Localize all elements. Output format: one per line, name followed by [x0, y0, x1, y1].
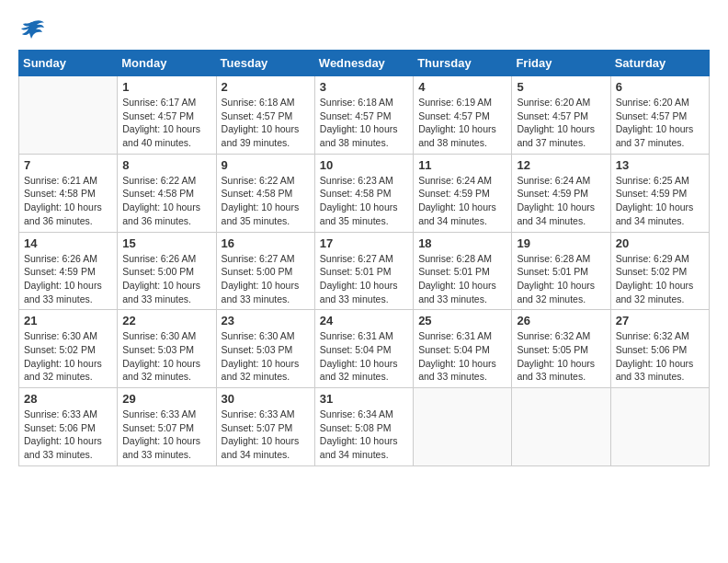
calendar-cell: 24Sunrise: 6:31 AMSunset: 5:04 PMDayligh…	[314, 310, 413, 388]
calendar-cell: 9Sunrise: 6:22 AMSunset: 4:58 PMDaylight…	[216, 154, 314, 232]
calendar-cell: 29Sunrise: 6:33 AMSunset: 5:07 PMDayligh…	[118, 388, 216, 466]
calendar-cell	[19, 76, 118, 155]
day-number: 7	[24, 158, 112, 172]
day-number: 31	[320, 392, 408, 406]
day-number: 23	[222, 314, 310, 327]
day-number: 2	[222, 80, 310, 94]
day-info: Sunrise: 6:20 AMSunset: 4:57 PMDaylight:…	[517, 96, 605, 150]
calendar-cell: 14Sunrise: 6:26 AMSunset: 4:59 PMDayligh…	[19, 232, 118, 310]
day-info: Sunrise: 6:30 AMSunset: 5:03 PMDaylight:…	[122, 329, 210, 384]
calendar-cell: 31Sunrise: 6:34 AMSunset: 5:08 PMDayligh…	[314, 388, 413, 466]
day-info: Sunrise: 6:32 AMSunset: 5:05 PMDaylight:…	[517, 329, 605, 384]
day-number: 19	[517, 236, 605, 250]
day-info: Sunrise: 6:32 AMSunset: 5:06 PMDaylight:…	[616, 329, 704, 384]
day-info: Sunrise: 6:33 AMSunset: 5:06 PMDaylight:…	[24, 408, 112, 462]
day-info: Sunrise: 6:22 AMSunset: 4:58 PMDaylight:…	[122, 174, 210, 228]
day-number: 14	[24, 236, 112, 250]
calendar-cell: 20Sunrise: 6:29 AMSunset: 5:02 PMDayligh…	[610, 232, 709, 310]
calendar-cell: 25Sunrise: 6:31 AMSunset: 5:04 PMDayligh…	[414, 310, 512, 388]
calendar-cell: 26Sunrise: 6:32 AMSunset: 5:05 PMDayligh…	[512, 310, 610, 388]
calendar-week-row: 7Sunrise: 6:21 AMSunset: 4:58 PMDaylight…	[19, 154, 710, 232]
calendar-cell: 4Sunrise: 6:19 AMSunset: 4:57 PMDaylight…	[414, 76, 512, 155]
day-number: 24	[320, 314, 408, 327]
day-info: Sunrise: 6:28 AMSunset: 5:01 PMDaylight:…	[517, 252, 605, 306]
day-info: Sunrise: 6:24 AMSunset: 4:59 PMDaylight:…	[517, 174, 605, 228]
day-number: 13	[616, 158, 704, 172]
day-number: 15	[122, 236, 210, 250]
calendar-cell: 18Sunrise: 6:28 AMSunset: 5:01 PMDayligh…	[414, 232, 512, 310]
day-info: Sunrise: 6:31 AMSunset: 5:04 PMDaylight:…	[320, 329, 408, 384]
day-info: Sunrise: 6:21 AMSunset: 4:58 PMDaylight:…	[24, 174, 112, 228]
weekday-header-monday: Monday	[118, 51, 216, 76]
day-info: Sunrise: 6:30 AMSunset: 5:02 PMDaylight:…	[24, 329, 112, 384]
day-number: 22	[122, 314, 210, 327]
calendar-cell: 15Sunrise: 6:26 AMSunset: 5:00 PMDayligh…	[118, 232, 216, 310]
calendar-week-row: 1Sunrise: 6:17 AMSunset: 4:57 PMDaylight…	[19, 76, 710, 155]
calendar-cell: 19Sunrise: 6:28 AMSunset: 5:01 PMDayligh…	[512, 232, 610, 310]
day-number: 9	[222, 158, 310, 172]
day-info: Sunrise: 6:33 AMSunset: 5:07 PMDaylight:…	[122, 408, 210, 462]
day-info: Sunrise: 6:20 AMSunset: 4:57 PMDaylight:…	[616, 96, 704, 150]
calendar-cell: 7Sunrise: 6:21 AMSunset: 4:58 PMDaylight…	[19, 154, 118, 232]
calendar-cell: 22Sunrise: 6:30 AMSunset: 5:03 PMDayligh…	[118, 310, 216, 388]
day-info: Sunrise: 6:18 AMSunset: 4:57 PMDaylight:…	[320, 96, 408, 150]
day-info: Sunrise: 6:28 AMSunset: 5:01 PMDaylight:…	[418, 252, 506, 306]
day-info: Sunrise: 6:30 AMSunset: 5:03 PMDaylight:…	[222, 329, 310, 384]
day-info: Sunrise: 6:18 AMSunset: 4:57 PMDaylight:…	[222, 96, 310, 150]
weekday-header-friday: Friday	[512, 51, 610, 76]
day-number: 26	[517, 314, 605, 327]
logo	[18, 18, 50, 40]
logo-icon	[18, 18, 46, 40]
calendar-week-row: 14Sunrise: 6:26 AMSunset: 4:59 PMDayligh…	[19, 232, 710, 310]
day-number: 4	[418, 80, 506, 94]
day-info: Sunrise: 6:24 AMSunset: 4:59 PMDaylight:…	[418, 174, 506, 228]
day-number: 12	[517, 158, 605, 172]
day-number: 5	[517, 80, 605, 94]
calendar-cell: 30Sunrise: 6:33 AMSunset: 5:07 PMDayligh…	[216, 388, 314, 466]
calendar-cell: 23Sunrise: 6:30 AMSunset: 5:03 PMDayligh…	[216, 310, 314, 388]
day-number: 30	[222, 392, 310, 406]
calendar-cell: 27Sunrise: 6:32 AMSunset: 5:06 PMDayligh…	[610, 310, 709, 388]
day-info: Sunrise: 6:31 AMSunset: 5:04 PMDaylight:…	[418, 329, 506, 384]
day-info: Sunrise: 6:17 AMSunset: 4:57 PMDaylight:…	[122, 96, 210, 150]
day-info: Sunrise: 6:34 AMSunset: 5:08 PMDaylight:…	[320, 408, 408, 462]
day-number: 3	[320, 80, 408, 94]
day-number: 11	[418, 158, 506, 172]
weekday-header-sunday: Sunday	[19, 51, 118, 76]
calendar-cell: 2Sunrise: 6:18 AMSunset: 4:57 PMDaylight…	[216, 76, 314, 155]
day-number: 18	[418, 236, 506, 250]
calendar-cell: 11Sunrise: 6:24 AMSunset: 4:59 PMDayligh…	[414, 154, 512, 232]
day-number: 8	[122, 158, 210, 172]
day-info: Sunrise: 6:27 AMSunset: 5:01 PMDaylight:…	[320, 252, 408, 306]
calendar-cell	[512, 388, 610, 466]
day-number: 1	[122, 80, 210, 94]
calendar-week-row: 21Sunrise: 6:30 AMSunset: 5:02 PMDayligh…	[19, 310, 710, 388]
calendar-cell: 3Sunrise: 6:18 AMSunset: 4:57 PMDaylight…	[314, 76, 413, 155]
day-number: 25	[418, 314, 506, 327]
weekday-header-wednesday: Wednesday	[314, 51, 413, 76]
day-number: 21	[24, 314, 112, 327]
day-number: 28	[24, 392, 112, 406]
calendar-cell: 5Sunrise: 6:20 AMSunset: 4:57 PMDaylight…	[512, 76, 610, 155]
day-info: Sunrise: 6:26 AMSunset: 4:59 PMDaylight:…	[24, 252, 112, 306]
weekday-header-tuesday: Tuesday	[216, 51, 314, 76]
weekday-header-saturday: Saturday	[610, 51, 709, 76]
day-info: Sunrise: 6:19 AMSunset: 4:57 PMDaylight:…	[418, 96, 506, 150]
calendar-cell: 1Sunrise: 6:17 AMSunset: 4:57 PMDaylight…	[118, 76, 216, 155]
day-info: Sunrise: 6:26 AMSunset: 5:00 PMDaylight:…	[122, 252, 210, 306]
day-number: 10	[320, 158, 408, 172]
day-info: Sunrise: 6:25 AMSunset: 4:59 PMDaylight:…	[616, 174, 704, 228]
page-header	[18, 18, 710, 40]
day-number: 27	[616, 314, 704, 327]
day-number: 6	[616, 80, 704, 94]
calendar-cell	[610, 388, 709, 466]
calendar-cell: 6Sunrise: 6:20 AMSunset: 4:57 PMDaylight…	[610, 76, 709, 155]
calendar-cell: 8Sunrise: 6:22 AMSunset: 4:58 PMDaylight…	[118, 154, 216, 232]
calendar-header-row: SundayMondayTuesdayWednesdayThursdayFrid…	[19, 51, 710, 76]
calendar-cell: 21Sunrise: 6:30 AMSunset: 5:02 PMDayligh…	[19, 310, 118, 388]
calendar-week-row: 28Sunrise: 6:33 AMSunset: 5:06 PMDayligh…	[19, 388, 710, 466]
day-info: Sunrise: 6:29 AMSunset: 5:02 PMDaylight:…	[616, 252, 704, 306]
calendar-cell: 13Sunrise: 6:25 AMSunset: 4:59 PMDayligh…	[610, 154, 709, 232]
day-info: Sunrise: 6:27 AMSunset: 5:00 PMDaylight:…	[222, 252, 310, 306]
day-number: 20	[616, 236, 704, 250]
